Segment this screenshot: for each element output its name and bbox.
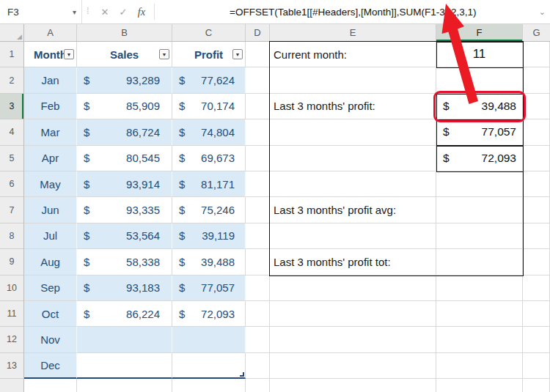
cell-last3-avg-label[interactable]: Last 3 months' profit avg:	[270, 197, 436, 223]
col-header-b[interactable]: B	[77, 24, 172, 41]
cell-empty[interactable]	[246, 301, 270, 327]
cell-empty[interactable]	[270, 379, 436, 392]
cell-empty[interactable]	[523, 171, 550, 197]
cell-empty[interactable]	[172, 379, 246, 392]
row-header-2[interactable]: 2	[0, 67, 23, 93]
col-header-d[interactable]: D	[246, 24, 270, 41]
cell-month-dec[interactable]: Dec	[24, 353, 77, 379]
cell-empty[interactable]	[436, 379, 523, 392]
row-header-13[interactable]: 13	[0, 353, 23, 379]
col-header-e[interactable]: E	[270, 24, 436, 41]
select-all-corner[interactable]: ◢	[0, 24, 24, 41]
cell-empty[interactable]	[246, 327, 270, 352]
cell-empty[interactable]	[523, 197, 550, 223]
cell-empty[interactable]	[523, 146, 550, 171]
name-box[interactable]: F3 ▾	[0, 0, 82, 23]
cell-profit-feb[interactable]: $ 70,174	[172, 94, 246, 119]
cell-profit-dec[interactable]	[172, 353, 246, 379]
cell-empty[interactable]	[523, 353, 550, 379]
cell-sales-dec[interactable]	[77, 353, 172, 379]
name-box-caret-icon[interactable]: ▾	[73, 8, 76, 16]
cell-empty[interactable]	[246, 171, 270, 197]
cell-sales-apr[interactable]: $ 80,545	[77, 146, 172, 171]
cell-empty[interactable]	[436, 301, 523, 327]
cell-sales-jun[interactable]: $ 93,335	[77, 197, 172, 223]
row-header-6[interactable]: 6	[0, 171, 23, 197]
cell-last3-tot-label[interactable]: Last 3 months' profit tot:	[270, 249, 436, 275]
cell-empty[interactable]	[436, 171, 523, 197]
cell-month-apr[interactable]: Apr	[24, 146, 77, 171]
cell-empty[interactable]	[436, 327, 523, 352]
table-header-sales[interactable]: Sales ▼	[77, 42, 172, 67]
cell-month-oct[interactable]: Oct	[24, 301, 77, 327]
cell-profit-jan[interactable]: $ 77,624	[172, 67, 246, 93]
cell-empty[interactable]	[270, 119, 436, 145]
cell-month-feb[interactable]: Feb	[24, 94, 77, 119]
col-header-c[interactable]: C	[172, 24, 246, 41]
row-header-12[interactable]: 12	[0, 327, 23, 352]
cell-profit-sep[interactable]: $ 77,057	[172, 275, 246, 301]
cell-empty[interactable]	[436, 197, 523, 223]
cell-empty[interactable]	[523, 67, 550, 93]
cell-profit-oct[interactable]: $ 72,093	[172, 301, 246, 327]
cell-empty[interactable]	[270, 275, 436, 301]
expand-formula-bar-icon[interactable]: ⌄	[539, 0, 546, 23]
cell-month-jan[interactable]: Jan	[24, 67, 77, 93]
cell-month-mar[interactable]: Mar	[24, 119, 77, 145]
cell-empty[interactable]	[436, 275, 523, 301]
cell-month-sep[interactable]: Sep	[24, 275, 77, 301]
row-header-10[interactable]: 10	[0, 275, 23, 301]
cell-empty[interactable]	[270, 67, 436, 93]
cell-last3-profit-value-2[interactable]: $ 77,057	[436, 119, 523, 145]
cell-profit-mar[interactable]: $ 74,804	[172, 119, 246, 145]
cell-month-nov[interactable]: Nov	[24, 327, 77, 352]
cell-last3-profit-value-3[interactable]: $ 72,093	[436, 146, 523, 171]
cell-profit-jun[interactable]: $ 75,246	[172, 197, 246, 223]
cell-empty[interactable]	[270, 171, 436, 197]
cell-empty[interactable]	[246, 146, 270, 171]
cell-empty[interactable]	[246, 223, 270, 249]
cell-profit-apr[interactable]: $ 69,673	[172, 146, 246, 171]
cell-empty[interactable]	[523, 94, 550, 119]
cell-empty[interactable]	[436, 67, 523, 93]
cell-sales-feb[interactable]: $ 85,909	[77, 94, 172, 119]
cell-sales-nov[interactable]	[77, 327, 172, 352]
row-header-9[interactable]: 9	[0, 249, 23, 275]
cell-sales-may[interactable]: $ 93,914	[77, 171, 172, 197]
cell-empty[interactable]	[436, 353, 523, 379]
cell-profit-may[interactable]: $ 81,171	[172, 171, 246, 197]
cell-current-month-value[interactable]: 11	[436, 42, 523, 67]
cell-sales-sep[interactable]: $ 93,183	[77, 275, 172, 301]
cell-profit-aug[interactable]: $ 39,488	[172, 249, 246, 275]
cell-empty[interactable]	[270, 301, 436, 327]
cell-sales-jul[interactable]: $ 53,564	[77, 223, 172, 249]
cell-empty[interactable]	[436, 249, 523, 275]
table-header-month[interactable]: Month ▼	[24, 42, 77, 67]
cancel-icon[interactable]: ✕	[97, 0, 113, 23]
cell-sales-oct[interactable]: $ 86,224	[77, 301, 172, 327]
cell-empty[interactable]	[523, 119, 550, 145]
cell-profit-jul[interactable]: $ 39,119	[172, 223, 246, 249]
cell-empty[interactable]	[523, 275, 550, 301]
cell-empty[interactable]	[270, 146, 436, 171]
row-header-4[interactable]: 4	[0, 119, 23, 145]
cell-month-aug[interactable]: Aug	[24, 249, 77, 275]
cell-empty[interactable]	[523, 223, 550, 249]
col-header-g[interactable]: G	[523, 24, 550, 41]
cell-empty[interactable]	[246, 94, 270, 119]
filter-dropdown-icon[interactable]: ▼	[64, 49, 74, 59]
cell-sales-aug[interactable]: $ 58,338	[77, 249, 172, 275]
cell-empty[interactable]	[523, 301, 550, 327]
filter-dropdown-icon[interactable]: ▼	[159, 49, 169, 59]
cell-empty[interactable]	[270, 353, 436, 379]
cell-empty[interactable]	[270, 327, 436, 352]
cell-last3-profit-value-1[interactable]: $ 39,488	[436, 94, 523, 119]
cell-empty[interactable]	[246, 379, 270, 392]
row-header-11[interactable]: 11	[0, 301, 23, 327]
row-header-8[interactable]: 8	[0, 223, 23, 249]
cell-month-jul[interactable]: Jul	[24, 223, 77, 249]
col-header-f-selected[interactable]: F	[436, 24, 523, 41]
cell-sales-mar[interactable]: $ 86,724	[77, 119, 172, 145]
cell-empty[interactable]	[246, 353, 270, 379]
cell-empty[interactable]	[270, 223, 436, 249]
